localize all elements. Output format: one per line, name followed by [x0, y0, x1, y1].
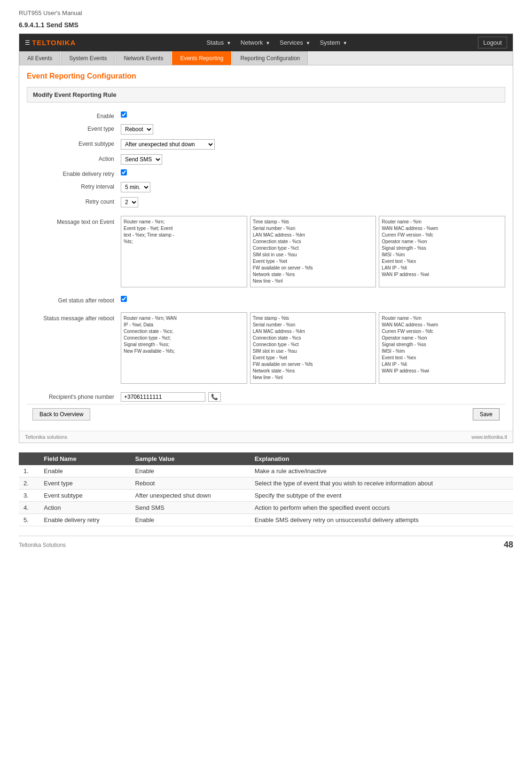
message-box-2c[interactable]: Router name - %rnWAN MAC address - %wmCu… [379, 312, 505, 384]
phone-icon[interactable]: 📞 [208, 392, 221, 402]
row-num: 2. [19, 477, 39, 490]
router-ui: ☰ TELTONIKA Status ▼ Network ▼ Services … [19, 33, 513, 443]
table-row: 3. Event subtype After unexpected shut d… [19, 490, 513, 502]
page-title: Event Reporting Configuration [27, 72, 505, 80]
nav-links: Status ▼ Network ▼ Services ▼ System ▼ [202, 37, 352, 48]
nav-logo: ☰ TELTONIKA [25, 39, 76, 47]
message-on-event-row: Message text on Event Router name - %rn;… [27, 214, 505, 290]
row-value: Enable [131, 465, 250, 477]
enable-checkbox[interactable] [121, 111, 127, 118]
logo-icon: ☰ [25, 40, 30, 46]
status-message-label: Status message after reboot [27, 312, 121, 322]
page-number: 48 [504, 540, 513, 550]
event-type-value: Reboot [121, 124, 505, 135]
row-num: 4. [19, 502, 39, 514]
footer-left: Teltonika Solutions [19, 542, 66, 548]
nav-services[interactable]: Services ▼ [275, 37, 315, 48]
message-box-2b[interactable]: Time stamp - %tsSerial number - %snLAN M… [250, 312, 376, 384]
row-field: Event type [39, 477, 130, 490]
ui-footer-right: www.teltonika.lt [471, 434, 507, 440]
tab-system-events[interactable]: System Events [61, 51, 115, 65]
logout-button[interactable]: Logout [478, 37, 507, 48]
row-num: 3. [19, 490, 39, 502]
retry-count-label: Retry count [27, 197, 121, 205]
event-type-row: Event type Reboot [27, 122, 505, 137]
save-button[interactable]: Save [473, 408, 500, 420]
delivery-retry-row: Enable delivery retry [27, 167, 505, 180]
delivery-retry-value [121, 169, 505, 175]
logo-text: TELTONIKA [32, 39, 76, 47]
message-on-event-label: Message text on Event [27, 216, 121, 225]
page-footer: Teltonika Solutions 48 [19, 536, 513, 550]
get-status-value [121, 296, 505, 302]
nav-network[interactable]: Network ▼ [236, 37, 275, 48]
retry-interval-select[interactable]: 5 min. [121, 182, 150, 192]
th-explanation: Explanation [250, 452, 513, 465]
action-select[interactable]: Send SMS [121, 154, 162, 165]
ui-footer-left: Teltonika solutions [25, 434, 67, 440]
table-row: 4. Action Send SMS Action to perform whe… [19, 502, 513, 514]
message-boxes-2: Router name - %rn; WANIP - %wi; DataConn… [121, 312, 505, 384]
ui-footer: Teltonika solutions www.teltonika.lt [19, 431, 513, 443]
message-box-1c[interactable]: Router name - %rnWAN MAC address - %wmCu… [379, 216, 505, 287]
table-row: 5. Enable delivery retry Enable Enable S… [19, 514, 513, 526]
delivery-retry-checkbox[interactable] [121, 169, 127, 175]
row-value: Reboot [131, 477, 250, 490]
get-status-label: Get status after reboot [27, 296, 121, 304]
page-wrapper: RUT955 User's Manual 6.9.4.1.1 Send SMS … [0, 0, 532, 559]
enable-value [121, 111, 505, 118]
row-num: 1. [19, 465, 39, 477]
tab-all-events[interactable]: All Events [19, 51, 60, 65]
tab-network-events[interactable]: Network Events [116, 51, 171, 65]
phone-input[interactable] [121, 392, 205, 402]
tab-events-reporting[interactable]: Events Reporting [172, 51, 231, 65]
row-explanation: Make a rule active/inactive [250, 465, 513, 477]
row-num: 5. [19, 514, 39, 526]
doc-title: RUT955 User's Manual [19, 9, 513, 16]
retry-interval-row: Retry interval 5 min. [27, 180, 505, 195]
th-field: Field Name [39, 452, 130, 465]
table-row: 1. Enable Enable Make a rule active/inac… [19, 465, 513, 477]
event-subtype-label: Event subtype [27, 139, 121, 147]
row-explanation: Select the type of event that you wish t… [250, 477, 513, 490]
phone-row: Recipient's phone number 📞 [27, 390, 505, 404]
row-field: Enable delivery retry [39, 514, 130, 526]
row-explanation: Enable SMS delivery retry on unsuccessfu… [250, 514, 513, 526]
back-button[interactable]: Back to Overview [32, 408, 90, 420]
message-box-1b[interactable]: Time stamp - %tsSerial number - %snLAN M… [250, 216, 376, 287]
action-label: Action [27, 154, 121, 162]
get-status-row: Get status after reboot [27, 293, 505, 306]
message-boxes-1: Router name - %rn;Event type - %et; Even… [121, 216, 505, 287]
status-message-row: Status message after reboot Router name … [27, 310, 505, 386]
nav-status[interactable]: Status ▼ [202, 37, 235, 48]
th-value: Sample Value [131, 452, 250, 465]
event-type-label: Event type [27, 124, 121, 132]
row-field: Action [39, 502, 130, 514]
th-num [19, 452, 39, 465]
retry-count-select[interactable]: 2 [121, 197, 138, 207]
section-box: Modify Event Reporting Rule [27, 87, 505, 103]
row-field: Enable [39, 465, 130, 477]
event-subtype-row: Event subtype After unexpected shut down [27, 137, 505, 152]
event-subtype-value: After unexpected shut down [121, 139, 505, 150]
row-value: Send SMS [131, 502, 250, 514]
message-box-2a[interactable]: Router name - %rn; WANIP - %wi; DataConn… [121, 312, 247, 384]
retry-count-row: Retry count 2 [27, 195, 505, 210]
message-box-1a[interactable]: Router name - %rn;Event type - %et; Even… [121, 216, 247, 287]
phone-label: Recipient's phone number [27, 392, 121, 400]
action-value: Send SMS [121, 154, 505, 165]
event-subtype-select[interactable]: After unexpected shut down [121, 139, 215, 150]
delivery-retry-label: Enable delivery retry [27, 169, 121, 177]
event-type-select[interactable]: Reboot [121, 124, 153, 135]
tab-reporting-config[interactable]: Reporting Configuration [232, 51, 308, 65]
phone-value: 📞 [121, 392, 505, 402]
get-status-checkbox[interactable] [121, 296, 127, 302]
nav-system[interactable]: System ▼ [315, 37, 352, 48]
row-explanation: Action to perform when the specified eve… [250, 502, 513, 514]
row-explanation: Specify the subtype of the event [250, 490, 513, 502]
row-value: Enable [131, 514, 250, 526]
content-area: Event Reporting Configuration Modify Eve… [19, 65, 513, 431]
retry-interval-label: Retry interval [27, 182, 121, 190]
table-row: 2. Event type Reboot Select the type of … [19, 477, 513, 490]
row-value: After unexpected shut down [131, 490, 250, 502]
